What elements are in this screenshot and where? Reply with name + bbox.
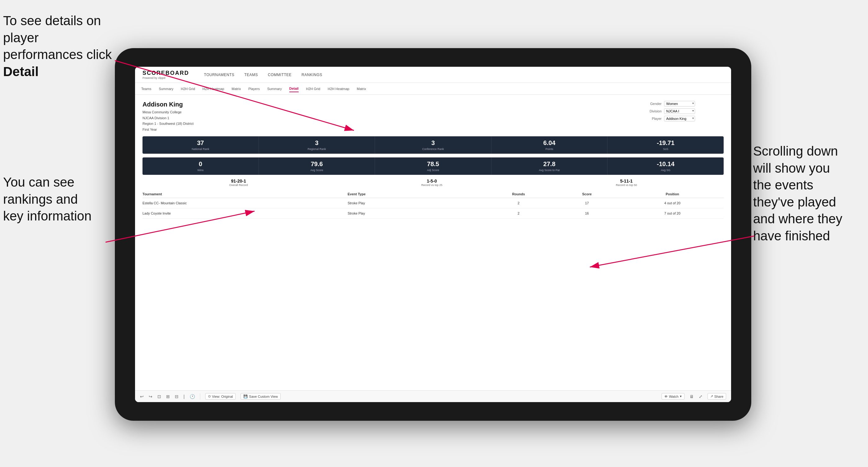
tab-summary2[interactable]: Summary — [267, 86, 282, 92]
tab-h2h-grid2[interactable]: H2H Grid — [306, 86, 320, 92]
toolbar-sep1 — [200, 394, 200, 400]
top-nav: SCOREBOARD Powered by clippd TOURNAMENTS… — [135, 67, 731, 83]
table-row[interactable]: Lady Coyote Invite Stroke Play 2 16 7 ou… — [143, 208, 724, 219]
th-position: Position — [621, 192, 724, 196]
screen-icon[interactable]: 🖥 — [689, 394, 694, 399]
annotation-bottom-left: You can seerankings andkey information — [3, 174, 108, 225]
td-event-type: Stroke Play — [348, 212, 484, 215]
stat-label: Wins — [145, 168, 256, 172]
bottom-toolbar: ↩ ↪ ⊡ ⊞ ⊟ | 🕐 ⊙ View: Original 💾 Save Cu… — [135, 390, 731, 402]
player-label: Player — [643, 117, 661, 121]
player-filters: Gender Women Men Division — [643, 101, 724, 132]
tab-matrix2[interactable]: Matrix — [357, 86, 366, 92]
stat-cell-row1-1: 3Regional Rank — [259, 136, 375, 154]
stat-value: 3 — [377, 139, 489, 147]
save-btn-label: Save Custom View — [249, 395, 278, 398]
td-event-type: Stroke Play — [348, 201, 484, 205]
tablet-screen: SCOREBOARD Powered by clippd TOURNAMENTS… — [135, 67, 731, 402]
division-select[interactable]: NJCAA I — [664, 108, 695, 114]
annotation-top-left: To see details on player performances cl… — [3, 12, 121, 80]
table-rows: Estella CC- Mountain Classic Stroke Play… — [143, 198, 724, 219]
td-position: 4 out of 20 — [621, 201, 724, 205]
stat-value: 37 — [145, 139, 256, 147]
stat-label: SoS — [610, 148, 721, 151]
stat-label: Avg Score to Par — [494, 168, 605, 172]
annotation-right: Scrolling downwill show youthe eventsthe… — [753, 143, 865, 245]
stat-value: 27.8 — [494, 160, 605, 168]
tab-teams[interactable]: Teams — [141, 86, 151, 92]
stat-cell-row1-4: -19.71SoS — [608, 136, 724, 154]
stat-value: -10.14 — [610, 160, 721, 168]
stat-value: 6.04 — [494, 139, 605, 147]
td-score: 17 — [553, 201, 621, 205]
stat-label: Avg Score — [261, 168, 373, 172]
td-tournament: Estella CC- Mountain Classic — [143, 201, 348, 205]
resize-icon[interactable]: ⤢ — [699, 394, 703, 399]
nav-teams[interactable]: TEAMS — [244, 71, 258, 78]
eye-icon: 👁 — [664, 395, 668, 398]
tab-matrix[interactable]: Matrix — [231, 86, 241, 92]
view-original-btn[interactable]: ⊙ View: Original — [205, 393, 236, 400]
stat-label: Avg SG — [610, 168, 721, 172]
player-school: Mesa Community College — [143, 109, 643, 115]
gender-select-wrapper[interactable]: Women Men — [664, 101, 695, 106]
stats-grid-row1: 37National Rank3Regional Rank3Conference… — [143, 136, 724, 154]
td-position: 7 out of 20 — [621, 212, 724, 215]
tab-players[interactable]: Players — [248, 86, 260, 92]
player-select[interactable]: Addison King — [664, 116, 695, 121]
stat-value: -19.71 — [610, 139, 721, 147]
table-header: Tournament Event Type Rounds Score Posit… — [143, 190, 724, 198]
player-info: Addison King Mesa Community College NJCA… — [143, 101, 643, 132]
minus-icon[interactable]: ⊟ — [175, 394, 179, 399]
content-panel: Addison King Mesa Community College NJCA… — [135, 95, 731, 390]
gender-filter-row: Gender Women Men — [643, 101, 724, 106]
stat-label: Points — [494, 148, 605, 151]
logo-sub: Powered by clippd — [143, 76, 189, 80]
nav-rankings[interactable]: RANKINGS — [302, 71, 322, 78]
tab-summary[interactable]: Summary — [159, 86, 173, 92]
td-rounds: 2 — [484, 212, 553, 215]
watch-btn-label: Watch — [669, 395, 679, 398]
player-name: Addison King — [143, 101, 643, 108]
record-value: 5-11-1 — [616, 179, 637, 184]
chevron-down-icon: ▾ — [680, 394, 682, 398]
division-select-wrapper[interactable]: NJCAA I — [664, 108, 695, 114]
player-select-wrapper[interactable]: Addison King — [664, 116, 695, 121]
watch-btn[interactable]: 👁 Watch ▾ — [661, 393, 685, 400]
tab-h2h-grid[interactable]: H2H Grid — [181, 86, 195, 92]
tab-h2h-heatmap[interactable]: H2H Heatmap — [203, 86, 224, 92]
logo-text: SCOREBOARD — [143, 70, 189, 76]
table-row[interactable]: Estella CC- Mountain Classic Stroke Play… — [143, 198, 724, 208]
nav-tournaments[interactable]: TOURNAMENTS — [204, 71, 235, 78]
record-value: 91-20-1 — [229, 179, 248, 184]
record-label: Record vs top 25 — [421, 184, 442, 187]
record-value: 1-5-0 — [421, 179, 442, 184]
stat-cell-row1-2: 3Conference Rank — [375, 136, 491, 154]
record-item-0: 91-20-1Overall Record — [229, 179, 248, 187]
player-division: NJCAA Division 1 — [143, 115, 643, 121]
td-score: 16 — [553, 212, 621, 215]
stats-grid-row2: 0Wins79.6Avg Score78.5Adj Score27.8Avg S… — [143, 157, 724, 175]
tab-detail[interactable]: Detail — [289, 85, 299, 92]
player-detail: Addison King Mesa Community College NJCA… — [135, 95, 731, 136]
tab-h2h-heatmap2[interactable]: H2H Heatmap — [328, 86, 349, 92]
save-custom-btn[interactable]: 💾 Save Custom View — [241, 393, 281, 400]
record-item-2: 5-11-1Record vs top 50 — [616, 179, 637, 187]
division-label: Division — [643, 109, 661, 113]
clock-icon[interactable]: 🕐 — [190, 394, 195, 399]
stat-cell-row2-3: 27.8Avg Score to Par — [491, 157, 608, 175]
view-icon: ⊙ — [208, 394, 211, 398]
td-tournament: Lady Coyote Invite — [143, 212, 348, 215]
gender-select[interactable]: Women Men — [664, 101, 695, 106]
zoom-fit-icon[interactable]: ⊡ — [157, 394, 161, 399]
nav-committee[interactable]: COMMITTEE — [268, 71, 292, 78]
tournament-table: Tournament Event Type Rounds Score Posit… — [143, 190, 724, 219]
annotation-top-left-text: To see details on player performances cl… — [3, 13, 112, 79]
player-year: First Year — [143, 127, 643, 132]
redo-icon[interactable]: ↪ — [149, 394, 152, 399]
undo-icon[interactable]: ↩ — [140, 394, 144, 399]
zoom-icon[interactable]: ⊞ — [166, 394, 170, 399]
stat-cell-row2-1: 79.6Avg Score — [259, 157, 375, 175]
share-btn[interactable]: ↗ Share — [708, 393, 726, 400]
division-filter-row: Division NJCAA I — [643, 108, 724, 114]
